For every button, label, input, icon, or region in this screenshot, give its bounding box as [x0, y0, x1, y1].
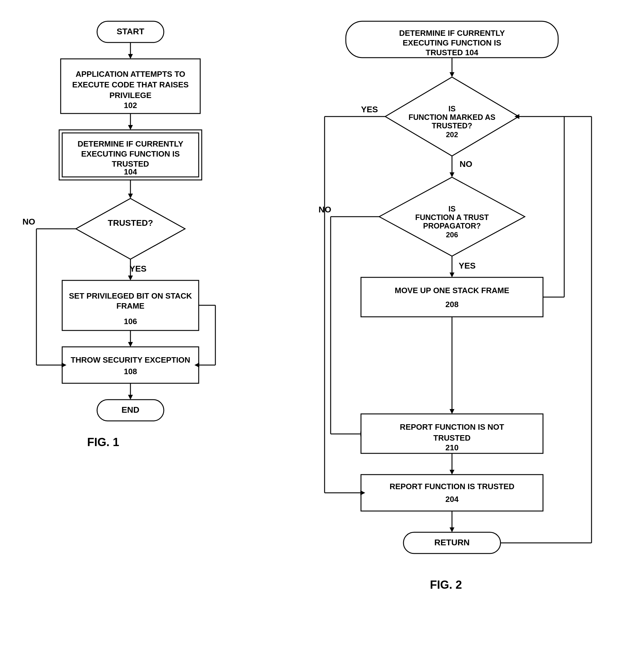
svg-text:REPORT FUNCTION IS TRUSTED: REPORT FUNCTION IS TRUSTED	[389, 482, 515, 491]
svg-rect-29	[62, 347, 199, 383]
svg-text:PRIVILEGE: PRIVILEGE	[110, 91, 152, 100]
svg-text:202: 202	[446, 131, 458, 139]
svg-text:FUNCTION A TRUST: FUNCTION A TRUST	[415, 213, 489, 221]
svg-marker-70	[450, 273, 454, 277]
svg-text:IS: IS	[448, 205, 456, 213]
svg-marker-22	[128, 276, 133, 280]
svg-text:APPLICATION ATTEMPTS TO: APPLICATION ATTEMPTS TO	[76, 70, 185, 79]
svg-text:208: 208	[445, 300, 458, 309]
svg-marker-86	[450, 470, 454, 475]
svg-text:108: 108	[124, 367, 137, 376]
svg-text:SET PRIVILEGED BIT ON STACK: SET PRIVILEGED BIT ON STACK	[69, 291, 192, 300]
svg-text:YES: YES	[129, 264, 147, 274]
fig2-label: FIG. 2	[430, 578, 462, 591]
svg-text:TRUSTED: TRUSTED	[433, 433, 471, 442]
fig1: START APPLICATION ATTEMPTS TO EXECUTE CO…	[12, 12, 300, 638]
svg-text:EXECUTE CODE THAT RAISES: EXECUTE CODE THAT RAISES	[72, 80, 189, 89]
svg-text:204: 204	[445, 495, 459, 504]
svg-text:RETURN: RETURN	[434, 538, 470, 547]
fig1-start-label: START	[116, 27, 144, 36]
fig2-svg: DETERMINE IF CURRENTLY EXECUTING FUNCTIO…	[300, 12, 634, 634]
svg-text:EXECUTING FUNCTION IS: EXECUTING FUNCTION IS	[403, 38, 501, 47]
svg-text:NO: NO	[460, 159, 472, 169]
svg-text:PROPAGATOR?: PROPAGATOR?	[423, 221, 481, 230]
svg-text:106: 106	[124, 317, 137, 326]
svg-text:102: 102	[124, 101, 137, 110]
svg-text:REPORT FUNCTION IS NOT: REPORT FUNCTION IS NOT	[400, 423, 504, 432]
svg-text:END: END	[121, 405, 139, 414]
svg-rect-87	[361, 475, 543, 511]
svg-text:FRAME: FRAME	[116, 301, 144, 311]
svg-text:YES: YES	[459, 261, 476, 270]
svg-marker-33	[128, 395, 133, 400]
svg-marker-17	[128, 193, 133, 198]
svg-text:210: 210	[445, 443, 458, 452]
svg-marker-96	[450, 528, 454, 532]
fig1-svg: START APPLICATION ATTEMPTS TO EXECUTE CO…	[12, 12, 300, 634]
svg-text:206: 206	[446, 230, 458, 239]
diagram-container: START APPLICATION ATTEMPTS TO EXECUTE CO…	[0, 0, 644, 650]
svg-rect-72	[361, 277, 543, 317]
svg-text:DETERMINE IF CURRENTLY: DETERMINE IF CURRENTLY	[399, 29, 505, 38]
svg-text:FUNCTION MARKED AS: FUNCTION MARKED AS	[409, 113, 496, 121]
svg-marker-18	[76, 198, 185, 259]
svg-text:IS: IS	[448, 104, 456, 113]
svg-text:TRUSTED?: TRUSTED?	[108, 218, 153, 227]
svg-text:104: 104	[124, 167, 137, 176]
fig1-label: FIG. 1	[87, 436, 119, 448]
svg-text:YES: YES	[361, 105, 378, 114]
svg-text:DETERMINE IF CURRENTLY: DETERMINE IF CURRENTLY	[78, 139, 184, 148]
svg-text:NO: NO	[23, 217, 35, 226]
svg-marker-9	[128, 125, 133, 130]
svg-marker-50	[450, 72, 454, 77]
svg-text:MOVE UP ONE STACK FRAME: MOVE UP ONE STACK FRAME	[395, 286, 509, 295]
svg-marker-80	[450, 409, 454, 414]
svg-marker-2	[128, 54, 133, 59]
svg-marker-57	[450, 172, 454, 177]
svg-text:EXECUTING FUNCTION IS: EXECUTING FUNCTION IS	[81, 149, 180, 158]
svg-marker-28	[128, 342, 133, 347]
svg-text:TRUSTED?: TRUSTED?	[432, 121, 472, 130]
fig2: DETERMINE IF CURRENTLY EXECUTING FUNCTIO…	[300, 12, 634, 638]
svg-text:TRUSTED  104: TRUSTED 104	[426, 48, 478, 57]
svg-text:THROW SECURITY EXCEPTION: THROW SECURITY EXCEPTION	[71, 355, 190, 364]
